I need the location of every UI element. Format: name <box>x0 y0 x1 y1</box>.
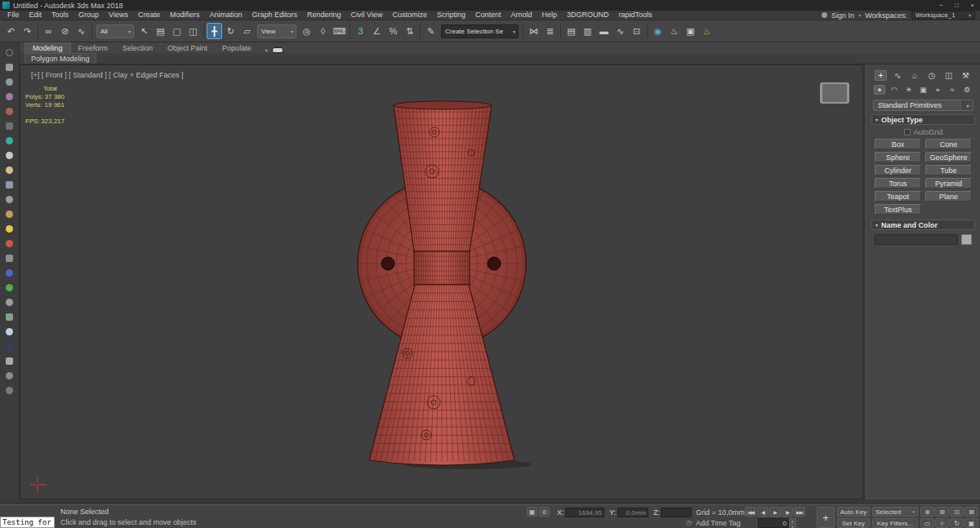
reference-coordinate-dropdown[interactable]: View▾ <box>257 24 296 38</box>
tab-motion[interactable]: ◷ <box>925 70 938 81</box>
angle-snap-icon[interactable]: ∠ <box>369 23 385 39</box>
select-by-name-icon[interactable]: ▤ <box>153 23 168 39</box>
add-time-tag-button[interactable]: Add Time Tag <box>696 519 741 527</box>
zoom-all-button[interactable]: ⊞ <box>935 507 949 517</box>
button-cylinder[interactable]: Cylinder <box>875 165 921 175</box>
button-teapot[interactable]: Teapot <box>875 191 921 202</box>
align-icon[interactable]: ≣ <box>542 23 558 39</box>
viewport[interactable]: [+] [ Front ] [ Standard ] [ Clay + Edge… <box>20 64 863 499</box>
menu-arnold[interactable]: Arnold <box>506 11 537 20</box>
button-sphere[interactable]: Sphere <box>875 152 921 162</box>
left-tool-icon-21[interactable] <box>4 340 16 352</box>
toggle-scene-explorer-icon[interactable]: ▤ <box>564 23 579 39</box>
category-geometry[interactable]: ● <box>874 85 885 95</box>
tab-modeling[interactable]: Modeling <box>24 42 71 53</box>
zoom-extents-all-button[interactable]: ⊠ <box>964 507 978 517</box>
menu-tools[interactable]: Tools <box>47 11 74 20</box>
undo-icon[interactable]: ↶ <box>3 23 19 39</box>
left-tool-icon-15[interactable] <box>4 252 16 264</box>
menu-civil-view[interactable]: Civil View <box>346 11 388 20</box>
menu-views[interactable]: Views <box>104 11 133 20</box>
ribbon-toggle-pill[interactable] <box>272 47 283 53</box>
play-button[interactable]: ▶ <box>769 507 781 517</box>
rollout-object-type[interactable]: ▾ Object Type <box>871 114 975 125</box>
left-tool-icon-9[interactable] <box>4 164 16 175</box>
spinner-snap-icon[interactable]: ⇅ <box>402 23 417 39</box>
menu-rapidtools[interactable]: rapidTools <box>614 11 657 20</box>
button-geosphere[interactable]: GeoSphere <box>925 152 972 162</box>
next-frame-button[interactable]: |▶ <box>782 507 793 517</box>
set-keys-button[interactable]: + <box>817 507 835 528</box>
autogrid-checkbox[interactable] <box>904 129 911 135</box>
tab-selection[interactable]: Selection <box>115 43 160 53</box>
key-filter-selection-dropdown[interactable]: Selected ▾ <box>872 507 918 517</box>
z-coordinate-field[interactable] <box>661 508 692 517</box>
model-object[interactable] <box>358 101 532 469</box>
menu-modifiers[interactable]: Modifiers <box>165 11 205 20</box>
left-tool-icon-5[interactable] <box>4 105 16 117</box>
select-and-manipulate-icon[interactable]: ◊ <box>315 23 331 39</box>
viewport-label[interactable]: [+] [ Front ] [ Standard ] [ Clay + Edge… <box>31 71 184 79</box>
unlink-selection-icon[interactable]: ⊘ <box>57 23 73 39</box>
left-tool-icon-17[interactable] <box>4 282 16 293</box>
selection-lock-icon[interactable]: ⊘ <box>539 507 550 517</box>
object-color-swatch[interactable] <box>961 234 972 245</box>
zoom-region-button[interactable]: ▭ <box>920 518 934 528</box>
left-tool-icon-4[interactable] <box>4 91 16 102</box>
left-tool-icon-13[interactable] <box>4 223 16 234</box>
button-box[interactable]: Box <box>875 139 921 149</box>
button-tube[interactable]: Tube <box>925 165 972 175</box>
auto-key-button[interactable]: Auto Key <box>837 507 870 517</box>
menu-edit[interactable]: Edit <box>24 11 47 20</box>
left-tool-icon-3[interactable] <box>4 76 16 87</box>
sign-in-button[interactable]: Sign In <box>831 11 854 20</box>
category-systems[interactable]: ⚙ <box>961 85 973 95</box>
menu-graph-editors[interactable]: Graph Editors <box>247 11 302 20</box>
previous-frame-button[interactable]: ◀| <box>757 507 768 517</box>
menu-animation[interactable]: Animation <box>204 11 247 20</box>
selection-filter-dropdown[interactable]: All▾ <box>96 24 134 38</box>
key-filters-button[interactable]: Key Filters... <box>872 518 918 528</box>
curve-editor-icon[interactable]: ∿ <box>612 23 628 39</box>
menu-customize[interactable]: Customize <box>387 11 432 20</box>
tab-display[interactable]: ◫ <box>942 70 955 81</box>
go-to-end-button[interactable]: ▶▶| <box>794 507 805 517</box>
render-setup-icon[interactable]: ♨ <box>666 23 682 39</box>
tab-modify[interactable]: ∿ <box>892 70 904 81</box>
workspace-dropdown[interactable]: Workspace_1 ▾ <box>911 11 975 20</box>
named-selection-sets-dropdown[interactable]: Create Selection Se▾ <box>441 24 519 38</box>
orbit-button[interactable]: ↻ <box>950 518 964 528</box>
tab-utilities[interactable]: ⚒ <box>960 70 972 81</box>
left-tool-icon-2[interactable] <box>4 61 16 73</box>
button-torus[interactable]: Torus <box>875 178 921 189</box>
select-and-link-icon[interactable]: ∞ <box>41 23 56 39</box>
rendered-frame-icon[interactable]: ▣ <box>683 23 698 39</box>
category-shapes[interactable]: ◠ <box>889 85 900 95</box>
select-and-scale-icon[interactable]: ▱ <box>239 23 255 39</box>
pan-button[interactable]: ⊹ <box>935 518 949 528</box>
button-pyramid[interactable]: Pyramid <box>925 178 972 189</box>
category-cameras[interactable]: ▣ <box>917 85 929 95</box>
left-tool-icon-16[interactable] <box>4 267 16 278</box>
spinner-up-icon[interactable]: ▴ <box>789 518 796 524</box>
select-and-rotate-icon[interactable]: ↻ <box>223 23 238 39</box>
tab-hierarchy[interactable]: ⌂ <box>909 70 921 81</box>
edit-named-selections-icon[interactable]: ✎ <box>423 23 439 39</box>
mirror-icon[interactable]: ⋈ <box>526 23 541 39</box>
left-tool-icon-24[interactable] <box>4 384 16 396</box>
tab-freeform[interactable]: Freeform <box>71 43 116 53</box>
category-space-warps[interactable]: ≈ <box>947 85 958 95</box>
minimize-button[interactable]: − <box>933 0 949 11</box>
select-and-move-icon[interactable]: ╋ <box>207 23 222 39</box>
menu-group[interactable]: Group <box>74 11 104 20</box>
left-tool-icon-18[interactable] <box>4 296 16 308</box>
frame-number-field[interactable]: 0 <box>758 518 789 528</box>
zoom-extents-button[interactable]: ⊡ <box>950 507 964 517</box>
zoom-button[interactable]: ⊕ <box>920 507 934 517</box>
go-to-start-button[interactable]: |◀◀ <box>745 507 756 517</box>
menu-scripting[interactable]: Scripting <box>432 11 470 20</box>
maximize-viewport-button[interactable]: ▣ <box>964 518 978 528</box>
percent-snap-icon[interactable]: % <box>385 23 401 39</box>
left-tool-icon-6[interactable] <box>4 120 16 131</box>
left-tool-icon-19[interactable] <box>4 311 16 322</box>
